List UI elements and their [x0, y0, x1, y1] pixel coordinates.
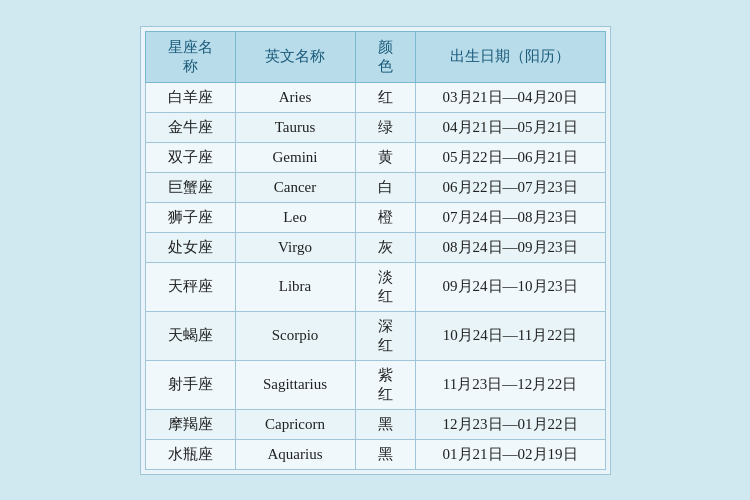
cell-date: 08月24日—09月23日: [415, 232, 605, 262]
table-row: 水瓶座Aquarius黑01月21日—02月19日: [145, 439, 605, 469]
cell-date: 05月22日—06月21日: [415, 142, 605, 172]
cell-color: 橙: [355, 202, 415, 232]
cell-en: Aquarius: [235, 439, 355, 469]
table-row: 金牛座Taurus绿04月21日—05月21日: [145, 112, 605, 142]
header-color: 颜色: [355, 31, 415, 82]
cell-color: 黄: [355, 142, 415, 172]
cell-en: Virgo: [235, 232, 355, 262]
cell-date: 04月21日—05月21日: [415, 112, 605, 142]
cell-date: 11月23日—12月22日: [415, 360, 605, 409]
cell-color: 深红: [355, 311, 415, 360]
cell-color: 淡红: [355, 262, 415, 311]
header-zh: 星座名称: [145, 31, 235, 82]
cell-date: 01月21日—02月19日: [415, 439, 605, 469]
cell-date: 03月21日—04月20日: [415, 82, 605, 112]
table-row: 射手座Sagittarius紫红11月23日—12月22日: [145, 360, 605, 409]
cell-zh: 射手座: [145, 360, 235, 409]
cell-date: 06月22日—07月23日: [415, 172, 605, 202]
table-row: 白羊座Aries红03月21日—04月20日: [145, 82, 605, 112]
cell-en: Libra: [235, 262, 355, 311]
table-row: 双子座Gemini黄05月22日—06月21日: [145, 142, 605, 172]
cell-en: Sagittarius: [235, 360, 355, 409]
cell-color: 黑: [355, 409, 415, 439]
cell-en: Scorpio: [235, 311, 355, 360]
cell-zh: 狮子座: [145, 202, 235, 232]
cell-zh: 白羊座: [145, 82, 235, 112]
cell-en: Leo: [235, 202, 355, 232]
cell-zh: 水瓶座: [145, 439, 235, 469]
cell-en: Gemini: [235, 142, 355, 172]
cell-color: 黑: [355, 439, 415, 469]
table-header-row: 星座名称 英文名称 颜色 出生日期（阳历）: [145, 31, 605, 82]
cell-zh: 处女座: [145, 232, 235, 262]
cell-en: Aries: [235, 82, 355, 112]
cell-en: Capricorn: [235, 409, 355, 439]
table-row: 摩羯座Capricorn黑12月23日—01月22日: [145, 409, 605, 439]
cell-color: 白: [355, 172, 415, 202]
cell-zh: 双子座: [145, 142, 235, 172]
cell-date: 10月24日—11月22日: [415, 311, 605, 360]
zodiac-table-container: 星座名称 英文名称 颜色 出生日期（阳历） 白羊座Aries红03月21日—04…: [140, 26, 611, 475]
cell-color: 灰: [355, 232, 415, 262]
table-row: 处女座Virgo灰08月24日—09月23日: [145, 232, 605, 262]
cell-en: Cancer: [235, 172, 355, 202]
cell-en: Taurus: [235, 112, 355, 142]
table-row: 巨蟹座Cancer白06月22日—07月23日: [145, 172, 605, 202]
cell-zh: 摩羯座: [145, 409, 235, 439]
cell-zh: 天蝎座: [145, 311, 235, 360]
cell-color: 绿: [355, 112, 415, 142]
table-row: 天秤座Libra淡红09月24日—10月23日: [145, 262, 605, 311]
header-en: 英文名称: [235, 31, 355, 82]
table-row: 狮子座Leo橙07月24日—08月23日: [145, 202, 605, 232]
table-row: 天蝎座Scorpio深红10月24日—11月22日: [145, 311, 605, 360]
cell-color: 紫红: [355, 360, 415, 409]
zodiac-table: 星座名称 英文名称 颜色 出生日期（阳历） 白羊座Aries红03月21日—04…: [145, 31, 606, 470]
cell-date: 12月23日—01月22日: [415, 409, 605, 439]
cell-zh: 金牛座: [145, 112, 235, 142]
cell-date: 09月24日—10月23日: [415, 262, 605, 311]
cell-zh: 天秤座: [145, 262, 235, 311]
cell-zh: 巨蟹座: [145, 172, 235, 202]
header-date: 出生日期（阳历）: [415, 31, 605, 82]
cell-color: 红: [355, 82, 415, 112]
cell-date: 07月24日—08月23日: [415, 202, 605, 232]
